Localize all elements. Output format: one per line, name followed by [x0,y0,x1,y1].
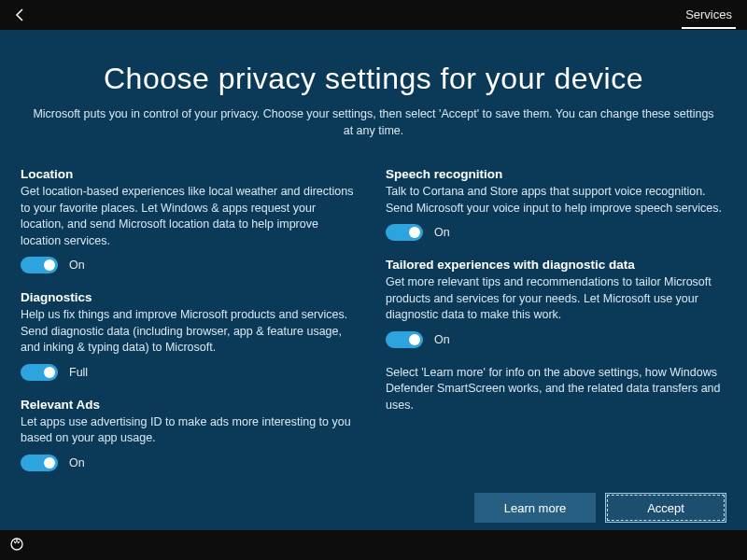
toggle-label: On [434,226,450,239]
setting-desc: Talk to Cortana and Store apps that supp… [386,184,726,217]
learn-more-button[interactable]: Learn more [474,493,596,523]
setting-desc: Get more relevant tips and recommendatio… [386,274,726,324]
toggle-label: On [69,259,85,272]
accessibility-icon[interactable] [9,537,26,553]
toggle-label: Full [69,366,88,379]
setting-relevant-ads: Relevant Ads Let apps use advertising ID… [21,398,361,471]
page-title: Choose privacy settings for your device [21,62,726,96]
toggle-tailored[interactable] [386,331,423,348]
accept-button[interactable]: Accept [605,493,726,523]
setting-title: Speech recognition [386,167,726,181]
toggle-label: On [434,333,450,346]
left-column: Location Get location-based experiences … [21,167,361,488]
setting-title: Location [21,167,361,181]
back-arrow-icon[interactable] [11,6,30,24]
setting-title: Diagnostics [21,290,361,304]
setting-desc: Get location-based experiences like loca… [21,184,361,249]
learn-more-note: Select 'Learn more' for info on the abov… [386,365,726,414]
button-row: Learn more Accept [474,493,726,523]
setting-desc: Help us fix things and improve Microsoft… [21,307,361,357]
setting-title: Relevant Ads [21,398,361,412]
toggle-relevant-ads[interactable] [21,455,58,471]
right-column: Speech recognition Talk to Cortana and S… [386,167,726,488]
topbar: Services [0,0,747,30]
page-subtitle: Microsoft puts you in control of your pr… [28,105,719,139]
content-area: Choose privacy settings for your device … [0,30,747,515]
setting-diagnostics: Diagnostics Help us fix things and impro… [21,290,361,381]
setting-tailored: Tailored experiences with diagnostic dat… [386,258,726,348]
footer-bar [0,530,747,560]
setting-title: Tailored experiences with diagnostic dat… [386,258,726,272]
toggle-location[interactable] [21,257,58,273]
toggle-speech[interactable] [386,224,423,241]
toggle-label: On [69,456,85,469]
setting-location: Location Get location-based experiences … [21,167,361,273]
tab-services[interactable]: Services [682,2,736,29]
setting-desc: Let apps use advertising ID to make ads … [21,414,361,447]
toggle-diagnostics[interactable] [21,364,58,381]
setting-speech: Speech recognition Talk to Cortana and S… [386,167,726,241]
